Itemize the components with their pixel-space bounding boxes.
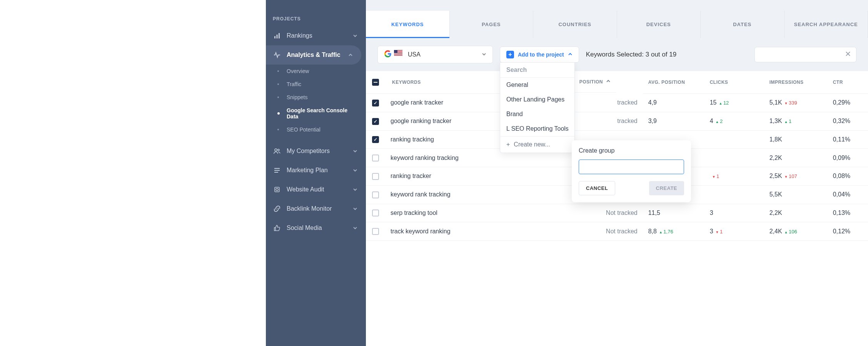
tab-dates[interactable]: DATES: [701, 11, 785, 38]
col-keywords: KEYWORDS: [392, 80, 421, 85]
dropdown-create-new[interactable]: + Create new...: [500, 136, 574, 153]
cell-impressions: 1,3K1: [764, 112, 828, 130]
create-group-modal: Create group CANCEL CREATE: [572, 140, 691, 202]
tab-appearance[interactable]: SEARCH APPEARANCE: [785, 11, 868, 38]
table-row: track keyword ranking Not tracked 8,81,7…: [366, 222, 868, 241]
delta-up: 12: [719, 100, 729, 106]
cell-clicks: [704, 149, 764, 167]
select-all-checkbox[interactable]: [372, 79, 379, 86]
chevron-up-icon: [347, 51, 354, 59]
cell-position: Not tracked: [554, 222, 643, 241]
sort-up-icon[interactable]: [606, 79, 611, 85]
col-impressions[interactable]: IMPRESSIONS: [770, 80, 804, 85]
dropdown-item-seo[interactable]: L SEO Reporting Tools: [500, 121, 574, 136]
cell-impressions: 2,5K107: [764, 167, 828, 186]
row-checkbox[interactable]: [372, 228, 379, 235]
svg-rect-13: [394, 55, 402, 55]
sidebar-item-audit[interactable]: Website Audit: [266, 180, 366, 199]
clear-icon[interactable]: [845, 51, 851, 58]
tab-countries[interactable]: COUNTRIES: [533, 11, 617, 38]
plus-icon: +: [506, 141, 510, 148]
row-checkbox[interactable]: [372, 191, 379, 198]
cell-impressions: 5,5K: [764, 185, 828, 204]
link-icon: [273, 205, 281, 213]
plus-icon: +: [506, 51, 514, 58]
col-avg-position[interactable]: AVG. POSITION: [648, 80, 685, 85]
cell-clicks: 31: [704, 222, 764, 241]
cell-keyword: serp tracking tool: [385, 204, 554, 222]
users-icon: [273, 147, 281, 155]
chevron-down-icon: [351, 32, 359, 40]
svg-rect-12: [394, 54, 402, 54]
delta-up: 106: [785, 229, 797, 235]
sidebar-sub-overview[interactable]: Overview: [266, 65, 366, 78]
create-button[interactable]: CREATE: [649, 181, 684, 195]
chevron-down-icon: [351, 166, 359, 174]
bars-icon: [273, 32, 281, 40]
cell-impressions: 1,8K: [764, 130, 828, 149]
sidebar-sub-snippets[interactable]: Snippets: [266, 91, 366, 104]
svg-rect-1: [277, 35, 278, 38]
cell-keyword: track keyword ranking: [385, 222, 554, 241]
sidebar-item-social[interactable]: Social Media: [266, 218, 366, 238]
delta-down: 339: [785, 100, 797, 106]
country-select[interactable]: USA: [377, 46, 493, 63]
svg-rect-11: [394, 53, 402, 53]
sidebar: PROJECTS Rankings Analytics & Traffic Ov…: [266, 0, 366, 346]
row-checkbox[interactable]: [372, 173, 379, 180]
cell-impressions: 2,2K: [764, 204, 828, 222]
sidebar-title: PROJECTS: [266, 12, 366, 26]
add-to-project-dropdown: Search General Other Landing Pages Brand…: [500, 62, 575, 153]
delta-up: 2: [716, 118, 723, 124]
sidebar-item-rankings[interactable]: Rankings: [266, 26, 366, 45]
shield-icon: [273, 185, 281, 194]
col-clicks[interactable]: CLICKS: [710, 80, 728, 85]
cell-ctr: 0,04%: [828, 185, 868, 204]
sidebar-label: Marketing Plan: [287, 167, 328, 174]
sidebar-sub-traffic[interactable]: Traffic: [266, 78, 366, 91]
tab-devices[interactable]: DEVICES: [617, 11, 701, 38]
sidebar-sub-gsc[interactable]: Google Search Console Data: [266, 104, 366, 123]
sidebar-label: Website Audit: [287, 186, 324, 193]
sidebar-item-backlink[interactable]: Backlink Monitor: [266, 199, 366, 218]
chevron-up-icon: [568, 52, 573, 58]
sidebar-item-analytics[interactable]: Analytics & Traffic: [266, 45, 361, 65]
col-ctr[interactable]: CTR: [833, 80, 843, 85]
row-checkbox[interactable]: [372, 100, 379, 106]
toolbar: USA + Add to the project Search General …: [366, 38, 868, 71]
cell-impressions: 5,1K339: [764, 94, 828, 112]
add-to-project-button[interactable]: + Add to the project Search General Othe…: [500, 47, 579, 63]
sidebar-label: Backlink Monitor: [287, 205, 332, 212]
sidebar-sub-seo-potential[interactable]: SEO Potential: [266, 123, 366, 136]
search-field[interactable]: [760, 52, 845, 58]
svg-rect-0: [274, 36, 275, 38]
add-button-label: Add to the project: [518, 52, 564, 58]
dropdown-item-brand[interactable]: Brand: [500, 107, 574, 121]
dropdown-item-other[interactable]: Other Landing Pages: [500, 92, 574, 107]
flag-us-icon: [394, 50, 402, 59]
cell-position: Not tracked: [554, 204, 643, 222]
cancel-button[interactable]: CANCEL: [579, 181, 615, 195]
tab-keywords[interactable]: KEYWORDS: [366, 11, 450, 38]
sidebar-item-competitors[interactable]: My Competitors: [266, 141, 366, 161]
cell-ctr: 0,12%: [828, 222, 868, 241]
chevron-down-icon: [351, 186, 359, 193]
delta-up: 1,76: [659, 229, 673, 235]
tab-pages[interactable]: PAGES: [450, 11, 534, 38]
search-input[interactable]: [754, 47, 856, 62]
keywords-table: KEYWORDS POSITION AVG. POSITION CLICKS I…: [366, 71, 868, 346]
row-checkbox[interactable]: [372, 210, 379, 216]
row-checkbox[interactable]: [372, 155, 379, 161]
list-icon: [273, 166, 281, 175]
cell-avg-position: 4,9: [643, 94, 704, 112]
cell-clicks: 1512: [704, 94, 764, 112]
group-name-input[interactable]: [579, 160, 684, 174]
sidebar-item-marketing[interactable]: Marketing Plan: [266, 161, 366, 180]
row-checkbox[interactable]: [372, 136, 379, 143]
google-icon: [384, 50, 392, 59]
dropdown-search[interactable]: Search: [500, 63, 574, 78]
row-checkbox[interactable]: [372, 118, 379, 125]
dropdown-item-general[interactable]: General: [500, 78, 574, 92]
table-row: google rank tracker tracked 4,9 1512 5,1…: [366, 94, 868, 112]
activity-icon: [273, 51, 281, 59]
